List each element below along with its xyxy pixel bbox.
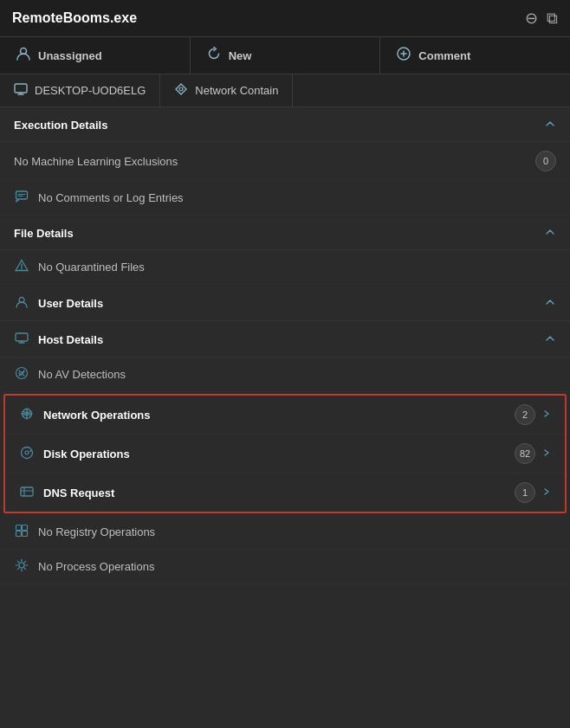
- av-icon: [14, 366, 29, 383]
- copy-icon[interactable]: ⧉: [547, 10, 558, 28]
- host-details-collapse-icon[interactable]: [544, 332, 556, 347]
- execution-details-header[interactable]: Execution Details: [0, 107, 570, 142]
- registry-operations-item: No Registry Operations: [0, 515, 570, 550]
- dns-icon: [19, 485, 35, 501]
- header-actions: ⊖ ⧉: [525, 9, 558, 28]
- svg-rect-14: [16, 525, 22, 531]
- ml-exclusions-item: No Machine Learning Exclusions 0: [0, 142, 570, 181]
- zoom-icon[interactable]: ⊖: [525, 9, 538, 28]
- svg-rect-16: [16, 532, 22, 537]
- svg-rect-13: [21, 487, 33, 496]
- ml-exclusions-badge: 0: [535, 151, 556, 171]
- user-details-collapse-icon[interactable]: [544, 296, 556, 311]
- registry-label: No Registry Operations: [38, 525, 155, 538]
- dns-request-label: DNS Request: [43, 486, 114, 499]
- host-details-header[interactable]: Host Details: [0, 321, 570, 358]
- network-operations-item[interactable]: Network Operations 2: [5, 396, 565, 435]
- file-details-header[interactable]: File Details: [0, 216, 570, 250]
- tab-unassigned-label: Unassigned: [38, 49, 102, 62]
- tab-comment-label: Comment: [418, 49, 470, 62]
- tab-row-2: DESKTOP-UOD6ELG Network Contain: [0, 74, 570, 107]
- plus-circle-icon: [396, 46, 411, 65]
- file-details-title: File Details: [14, 227, 74, 240]
- registry-icon: [14, 524, 29, 540]
- diamond-icon: [174, 82, 188, 99]
- av-detections-item: No AV Detections: [0, 358, 570, 392]
- file-details-collapse-icon[interactable]: [544, 226, 556, 241]
- network-operations-label: Network Operations: [43, 409, 151, 422]
- header: RemoteBooms.exe ⊖ ⧉: [0, 0, 570, 37]
- dns-request-badge: 1: [515, 482, 535, 503]
- svg-point-11: [25, 451, 29, 454]
- host-details-icon: [14, 332, 29, 348]
- user-details-header[interactable]: User Details: [0, 285, 570, 321]
- tab-desktop[interactable]: DESKTOP-UOD6ELG: [0, 74, 160, 106]
- network-operations-expand[interactable]: [542, 409, 551, 421]
- quarantine-icon: [14, 259, 29, 275]
- disk-ops-icon: [19, 446, 35, 462]
- quarantine-label: No Quarantined Files: [38, 261, 145, 274]
- disk-operations-label: Disk Operations: [43, 448, 130, 461]
- tab-network-contain-label: Network Contain: [195, 84, 278, 97]
- app-title: RemoteBooms.exe: [12, 10, 137, 26]
- tab-desktop-label: DESKTOP-UOD6ELG: [35, 84, 146, 97]
- host-details-title: Host Details: [38, 333, 103, 346]
- process-icon: [14, 558, 29, 575]
- svg-point-10: [22, 447, 33, 458]
- tab-row-1: Unassigned New Comment: [0, 37, 570, 74]
- monitor-icon: [14, 82, 28, 99]
- network-ops-icon: [19, 407, 35, 423]
- comments-label: No Comments or Log Entries: [38, 191, 184, 204]
- svg-point-12: [29, 450, 31, 452]
- refresh-icon: [206, 46, 222, 65]
- disk-operations-item[interactable]: Disk Operations 82: [5, 435, 565, 474]
- user-details-title: User Details: [38, 297, 103, 310]
- tab-unassigned[interactable]: Unassigned: [0, 37, 191, 74]
- user-details-icon: [14, 295, 29, 312]
- network-operations-badge: 2: [515, 404, 535, 425]
- execution-details-collapse-icon[interactable]: [544, 118, 556, 132]
- disk-operations-expand[interactable]: [542, 448, 551, 460]
- tab-new[interactable]: New: [191, 37, 381, 74]
- ml-exclusions-label: No Machine Learning Exclusions: [14, 155, 178, 168]
- svg-rect-17: [23, 532, 28, 537]
- process-label: No Process Operations: [38, 560, 154, 573]
- dns-request-expand[interactable]: [542, 486, 551, 499]
- svg-point-18: [19, 563, 24, 568]
- svg-rect-7: [16, 333, 28, 341]
- comments-icon: [14, 190, 29, 206]
- av-label: No AV Detections: [38, 368, 126, 381]
- comments-item: No Comments or Log Entries: [0, 181, 570, 216]
- tab-comment[interactable]: Comment: [380, 37, 570, 74]
- process-operations-item: No Process Operations: [0, 550, 570, 584]
- dns-request-item[interactable]: DNS Request 1: [5, 474, 565, 512]
- user-icon: [16, 46, 31, 65]
- svg-rect-2: [15, 84, 27, 93]
- tab-new-label: New: [229, 49, 252, 62]
- quarantine-item: No Quarantined Files: [0, 250, 570, 285]
- svg-rect-15: [23, 525, 28, 531]
- disk-operations-badge: 82: [515, 443, 535, 464]
- highlighted-operations-section: Network Operations 2 Disk Operations: [3, 394, 567, 513]
- svg-rect-4: [16, 191, 28, 199]
- execution-details-title: Execution Details: [14, 119, 107, 132]
- tab-network-contain[interactable]: Network Contain: [160, 74, 293, 106]
- svg-point-3: [179, 87, 183, 91]
